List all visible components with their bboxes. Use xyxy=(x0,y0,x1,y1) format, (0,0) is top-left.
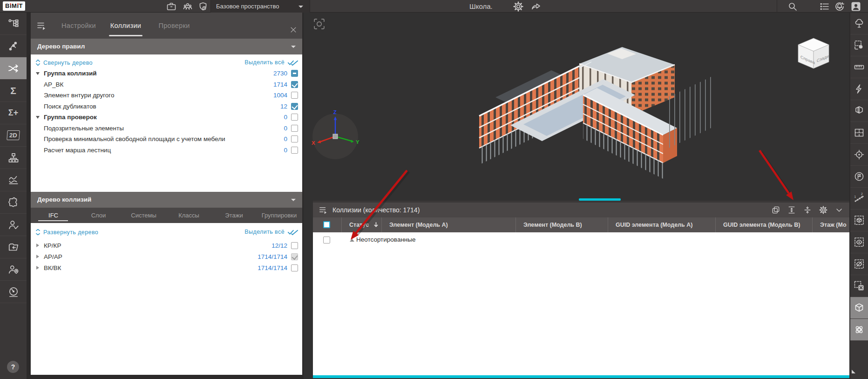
subtab-ifc[interactable]: IFC xyxy=(31,208,76,223)
corner-grip[interactable] xyxy=(852,370,855,373)
project-settings-gear-icon[interactable] xyxy=(513,1,524,12)
environment-tree-icon[interactable] xyxy=(850,13,868,34)
subtab-classes[interactable]: Классы xyxy=(166,208,211,223)
expander-icon[interactable] xyxy=(36,266,39,270)
table-row[interactable]: Неотсортированные xyxy=(313,232,849,248)
subtab-groupings[interactable]: Группировки xyxy=(257,208,302,223)
expander-icon[interactable] xyxy=(36,255,39,258)
subtab-floors[interactable]: Этажи xyxy=(211,208,257,223)
tab-checks[interactable]: Проверки xyxy=(150,13,198,39)
chevron-down-icon[interactable] xyxy=(291,46,296,48)
hide-elements-eye-slash-icon[interactable] xyxy=(850,253,868,275)
checkbox[interactable] xyxy=(291,125,298,132)
fit-height-icon[interactable] xyxy=(787,205,796,215)
row-checkbox[interactable] xyxy=(323,237,330,244)
search-icon[interactable] xyxy=(787,1,798,12)
hierarchy-icon[interactable] xyxy=(0,147,27,169)
collisions-tree-header[interactable]: Дерево коллизий xyxy=(31,192,302,208)
task-list-icon[interactable] xyxy=(819,1,830,12)
panel-menu-icon[interactable] xyxy=(36,21,47,30)
expand-tree-link[interactable]: Развернуть дерево xyxy=(35,229,98,236)
expander-icon[interactable] xyxy=(36,116,40,119)
collisions-shuffle-icon[interactable] xyxy=(0,57,27,80)
navigation-cube[interactable]: Справа Сзади xyxy=(795,36,832,70)
flag-marker-icon[interactable] xyxy=(850,166,868,188)
column-guid-b[interactable]: GUID элемента (Модель B) xyxy=(715,217,812,232)
checkbox[interactable] xyxy=(291,70,298,77)
expander-icon[interactable] xyxy=(36,72,40,75)
app-logo[interactable]: BiMiT xyxy=(3,1,25,11)
expander-icon[interactable] xyxy=(36,244,39,247)
building-model[interactable] xyxy=(468,41,719,195)
sum-plus-icon[interactable]: Σ+ xyxy=(0,102,27,124)
rules-tree-row[interactable]: Расчет марша лестниц 0 xyxy=(31,145,302,156)
team-icon[interactable] xyxy=(182,1,193,12)
subtab-systems[interactable]: Системы xyxy=(121,208,166,223)
show-elements-eye-icon[interactable] xyxy=(850,231,868,253)
approvals-person-check-icon[interactable] xyxy=(0,214,27,236)
collisions-tree-row[interactable]: КР/КР 12/12 xyxy=(31,241,302,251)
floorplan-icon[interactable] xyxy=(850,122,868,144)
chevron-down-icon[interactable] xyxy=(834,205,844,215)
copy-icon[interactable] xyxy=(771,205,780,215)
orbit-mode-icon[interactable] xyxy=(850,319,868,341)
clear-selection-icon[interactable] xyxy=(850,275,868,297)
rules-tree-header[interactable]: Дерево правил xyxy=(31,39,302,54)
collapse-split-icon[interactable] xyxy=(803,205,812,215)
checkbox[interactable] xyxy=(291,253,298,260)
row-expander-icon[interactable] xyxy=(350,239,354,242)
user-location-icon[interactable] xyxy=(0,258,27,281)
2d-view-icon[interactable]: 2D xyxy=(0,124,27,147)
account-avatar-icon[interactable] xyxy=(850,1,861,12)
rules-tree-row[interactable]: Элемент внтури другого 1004 xyxy=(31,90,302,101)
checkbox[interactable] xyxy=(291,92,298,99)
plugins-puzzle-icon[interactable] xyxy=(0,191,27,214)
cube-view-icon[interactable] xyxy=(850,297,868,319)
rules-tree-row[interactable]: Поиск дубликатов 12 xyxy=(31,102,302,112)
notifications-bell-icon[interactable] xyxy=(834,1,845,12)
panel-menu-icon[interactable] xyxy=(319,206,328,214)
select-all-link[interactable]: Выделить всё xyxy=(244,229,298,235)
axis-gizmo[interactable]: Z X Y xyxy=(307,108,363,163)
dashboard-gauge-icon[interactable] xyxy=(0,281,27,303)
isolate-selection-icon[interactable] xyxy=(850,210,868,231)
tab-collisions[interactable]: Коллизии xyxy=(103,13,148,39)
checkbox[interactable] xyxy=(291,264,298,271)
share-icon[interactable] xyxy=(530,1,542,12)
tab-settings[interactable]: Настройки xyxy=(54,13,103,39)
fit-view-icon[interactable] xyxy=(313,18,326,30)
collisions-tree-row[interactable]: АР/АР 1714/1714 xyxy=(31,252,302,263)
collapse-tree-link[interactable]: Свернуть дерево xyxy=(35,59,93,66)
rules-tree-row[interactable]: Подозрительные элементы 0 xyxy=(31,123,302,134)
sum-icon[interactable]: Σ xyxy=(0,80,27,102)
close-icon[interactable] xyxy=(289,26,298,34)
measure-ruler-icon[interactable] xyxy=(850,56,868,78)
model-tree-icon[interactable] xyxy=(0,13,27,35)
select-all-checkbox[interactable] xyxy=(323,221,330,228)
measure-points-icon[interactable]: 12 xyxy=(850,188,868,210)
section-box-icon[interactable] xyxy=(850,100,868,122)
select-all-link[interactable]: Выделить всё xyxy=(244,59,298,66)
shield-license-icon[interactable] xyxy=(197,1,209,12)
focus-target-icon[interactable] xyxy=(850,144,868,166)
table-settings-gear-icon[interactable] xyxy=(819,205,828,215)
column-guid-a[interactable]: GUID элемента (Модель А) xyxy=(608,217,715,232)
viewport-3d[interactable]: Z X Y xyxy=(304,13,849,379)
panel-resize-handle[interactable] xyxy=(579,198,621,201)
checkbox[interactable] xyxy=(291,114,298,121)
chevron-down-icon[interactable] xyxy=(291,199,296,201)
charts-icon[interactable] xyxy=(0,169,27,191)
subtab-layers[interactable]: Слои xyxy=(76,208,121,223)
column-status[interactable]: Статус xyxy=(341,217,381,232)
checkbox[interactable] xyxy=(291,135,298,142)
collisions-tree-row[interactable]: ВК/ВК 1714/1714 xyxy=(31,263,302,274)
checkbox[interactable] xyxy=(291,81,298,88)
rules-tree-row[interactable]: Проверка минимальной свободной площади с… xyxy=(31,134,302,145)
sort-down-icon[interactable] xyxy=(373,222,379,228)
checkbox[interactable] xyxy=(291,242,298,249)
column-element-a[interactable]: Элемент (Модель А) xyxy=(381,217,515,232)
workspace-selector[interactable]: Базовое пространство xyxy=(211,0,310,13)
relations-branch-icon[interactable] xyxy=(0,35,27,57)
rules-tree-row[interactable]: Группа коллизий 2730 xyxy=(31,68,302,79)
column-floor[interactable]: Этаж (Мо xyxy=(812,217,849,232)
